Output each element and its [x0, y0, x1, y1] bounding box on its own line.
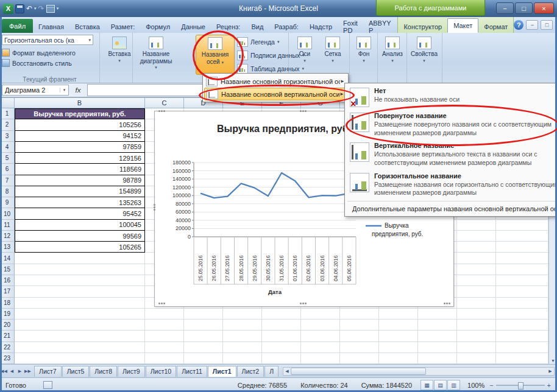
excel-app-icon[interactable]: X [3, 4, 13, 14]
row-header-4[interactable]: 4 [0, 142, 15, 153]
cell[interactable] [379, 342, 418, 353]
cell[interactable] [379, 320, 418, 331]
row-header-22[interactable]: 22 [0, 342, 15, 353]
submenu-item-2[interactable]: Повернутое названиеРазмещение повернутог… [346, 110, 557, 139]
cell[interactable] [496, 231, 548, 242]
cell[interactable] [496, 342, 548, 353]
cell[interactable] [418, 331, 457, 341]
table-icon[interactable] [46, 5, 55, 13]
cell-B6[interactable]: 118569 [15, 164, 145, 175]
ribbon-tab-Формат[interactable]: Формат [478, 20, 513, 33]
cell[interactable] [145, 309, 184, 320]
ribbon-tab-Размет:[interactable]: Размет: [105, 20, 140, 33]
properties-button[interactable]: Свойства ▾ [409, 35, 439, 75]
column-header-B[interactable]: B [15, 97, 145, 108]
cell[interactable] [184, 320, 223, 331]
tab-file[interactable]: Файл [2, 19, 33, 33]
cell[interactable] [457, 253, 496, 264]
cell[interactable] [496, 331, 548, 341]
ribbon-tab-Реценз:[interactable]: Реценз: [211, 20, 246, 33]
column-header-C[interactable]: C [145, 97, 184, 108]
cell[interactable] [223, 309, 262, 320]
row-header-17[interactable]: 17 [0, 286, 15, 297]
cell-B7[interactable]: 98789 [15, 175, 145, 186]
selection-handle[interactable] [300, 303, 302, 304]
zoom-level[interactable]: 100% [465, 382, 487, 389]
cell-B14[interactable] [15, 253, 145, 264]
cell[interactable] [418, 320, 457, 331]
row-header-8[interactable]: 8 [0, 186, 15, 197]
row-header-11[interactable]: 11 [0, 220, 15, 231]
chart-element-dropdown[interactable]: Горизонтальная ось (ка ▾ [2, 35, 93, 45]
format-selection-button[interactable]: Формат выделенного [2, 47, 98, 58]
axis-menu-item-2[interactable]: Название основной вертикальной оси► [204, 88, 347, 100]
customize-qat-icon[interactable]: ▾ [57, 6, 59, 11]
cell-B19[interactable] [15, 309, 145, 320]
axes-button[interactable]: Оси ▾ [291, 35, 319, 75]
sheet-tab-Лист8[interactable]: Лист8 [90, 366, 117, 377]
row-header-3[interactable]: 3 [0, 131, 15, 142]
cell[interactable] [184, 342, 223, 353]
row-header-6[interactable]: 6 [0, 164, 15, 175]
sheet-tab-Лист7[interactable]: Лист7 [34, 366, 62, 377]
row-header-14[interactable]: 14 [0, 253, 15, 264]
row-header-16[interactable]: 16 [0, 275, 15, 286]
background-button[interactable]: Фон ▾ [352, 35, 376, 75]
prev-sheet-icon[interactable]: ◀ [8, 367, 16, 376]
cell[interactable] [379, 331, 418, 341]
ribbon-tab-Главная[interactable]: Главная [33, 20, 69, 33]
sheet-tab-Л[interactable]: Л [264, 366, 278, 377]
normal-view-icon[interactable]: ▦ [420, 380, 433, 390]
close-button[interactable]: × [534, 2, 554, 14]
cell[interactable] [496, 309, 548, 320]
cell-B5[interactable]: 129156 [15, 153, 145, 164]
record-macro-icon[interactable] [43, 381, 52, 389]
cell[interactable] [301, 320, 340, 331]
cell[interactable] [457, 331, 496, 341]
submenu-item-4[interactable]: Горизонтальное названиеРазмещение назван… [346, 170, 557, 200]
cell[interactable] [145, 342, 184, 353]
cell-B18[interactable] [15, 298, 145, 309]
cell[interactable] [457, 320, 496, 331]
row-header-10[interactable]: 10 [0, 208, 15, 219]
selection-handle[interactable] [158, 110, 160, 112]
ribbon-tab-Данные[interactable]: Данные [176, 20, 211, 33]
analysis-button[interactable]: Анализ ▾ [380, 35, 405, 75]
cell[interactable] [340, 331, 379, 341]
cell-B21[interactable] [15, 331, 145, 341]
cell[interactable] [496, 353, 548, 364]
select-all-corner[interactable] [0, 97, 15, 108]
cell-B11[interactable]: 100045 [15, 220, 145, 231]
cell-B15[interactable] [15, 264, 145, 275]
zoom-thumb[interactable] [518, 382, 523, 390]
cell-B16[interactable] [15, 275, 145, 286]
cell-B22[interactable] [15, 342, 145, 353]
selection-handle[interactable] [154, 204, 155, 206]
cell[interactable] [223, 342, 262, 353]
cell[interactable] [340, 320, 379, 331]
cell[interactable] [145, 320, 184, 331]
selection-handle[interactable] [158, 303, 160, 304]
horizontal-scroll-thumb[interactable] [291, 368, 426, 375]
zoom-track[interactable] [496, 385, 545, 386]
cell[interactable] [379, 309, 418, 320]
cell-B17[interactable] [15, 286, 145, 297]
sheet-tab-Лист11[interactable]: Лист11 [177, 366, 207, 377]
cell[interactable] [496, 298, 548, 309]
workbook-minimize-icon[interactable]: − [526, 20, 538, 30]
cell[interactable] [457, 309, 496, 320]
axis-titles-button[interactable]: Названия осей ▾ [196, 35, 235, 75]
axis-menu-item-1[interactable]: Название основной горизонтальной оси► [204, 75, 347, 88]
chart-title-button[interactable]: Название диаграммы ▾ [135, 35, 177, 75]
row-header-5[interactable]: 5 [0, 153, 15, 164]
cell[interactable] [457, 264, 496, 275]
row-header-18[interactable]: 18 [0, 298, 15, 309]
cell[interactable] [184, 331, 223, 341]
ribbon-tab-Макет[interactable]: Макет [447, 18, 478, 33]
row-header-19[interactable]: 19 [0, 309, 15, 320]
cell[interactable] [301, 331, 340, 341]
cell[interactable] [340, 309, 379, 320]
cell-B3[interactable]: 94152 [15, 131, 145, 142]
row-header-1[interactable]: 1 [0, 108, 15, 119]
help-icon[interactable]: ? [514, 20, 523, 30]
